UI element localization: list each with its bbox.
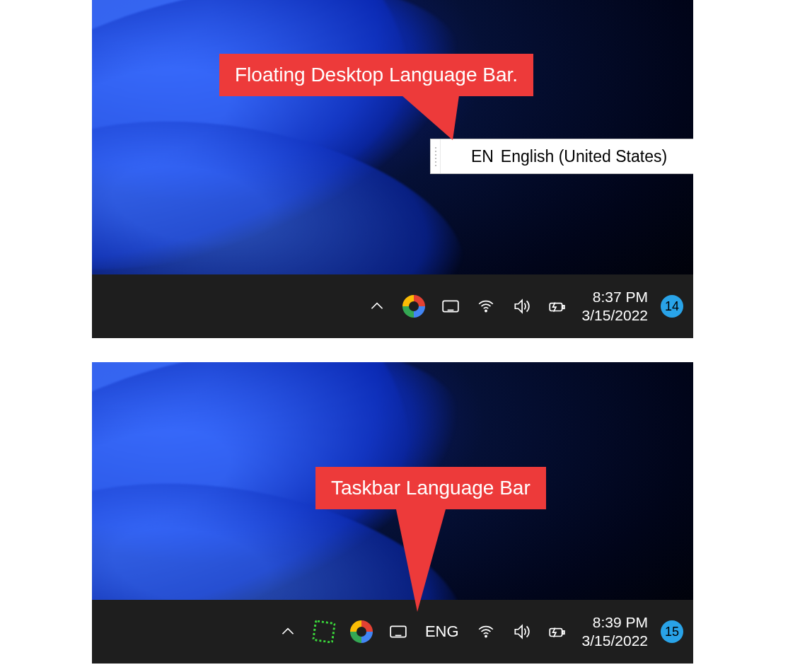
wifi-icon[interactable] <box>476 296 496 316</box>
notification-count: 15 <box>665 625 679 639</box>
touch-keyboard-icon[interactable] <box>388 622 408 642</box>
svg-marker-11 <box>515 300 522 312</box>
langbar-language-button[interactable]: EN English (United States) <box>441 147 693 166</box>
taskbar: 8:37 PM 3/15/2022 14 <box>92 274 693 338</box>
taskbar: ENG 8:39 PM 3/15/2022 15 <box>92 600 693 664</box>
notification-badge[interactable]: 15 <box>661 620 683 643</box>
app-icon[interactable] <box>402 295 425 318</box>
system-tray <box>367 295 567 318</box>
system-tray: ENG <box>278 620 567 643</box>
taskbar-time: 8:37 PM <box>582 288 648 306</box>
taskbar-date: 3/15/2022 <box>582 306 648 325</box>
battery-icon[interactable] <box>547 296 567 316</box>
volume-icon[interactable] <box>511 296 531 316</box>
svg-marker-26 <box>515 625 522 637</box>
svg-point-10 <box>485 310 486 311</box>
svg-rect-13 <box>562 306 564 308</box>
taskbar-time: 8:39 PM <box>582 613 648 632</box>
tray-overflow-icon[interactable] <box>278 622 298 642</box>
screenshot-taskbar-langbar: ENG 8:39 PM 3/15/2022 15 <box>92 362 693 664</box>
touch-keyboard-icon[interactable] <box>441 296 460 316</box>
annotation-callout: Taskbar Language Bar <box>315 467 546 509</box>
svg-rect-28 <box>562 631 564 634</box>
tray-overflow-icon[interactable] <box>367 296 387 316</box>
svg-point-25 <box>485 635 486 637</box>
annotation-pointer-icon <box>396 91 488 147</box>
taskbar-clock[interactable]: 8:39 PM 3/15/2022 <box>582 613 648 651</box>
langbar-code: EN <box>471 147 494 166</box>
annotation-text: Floating Desktop Language Bar. <box>235 64 518 86</box>
annotation-pointer-icon <box>396 509 467 615</box>
wifi-icon[interactable] <box>476 622 496 642</box>
language-code: ENG <box>425 622 459 640</box>
app-icon[interactable] <box>350 620 373 643</box>
notification-badge[interactable]: 14 <box>661 295 683 318</box>
annotation-text: Taskbar Language Bar <box>331 477 531 499</box>
volume-icon[interactable] <box>511 622 531 642</box>
taskbar-clock[interactable]: 8:37 PM 3/15/2022 <box>582 288 648 325</box>
svg-marker-14 <box>396 91 460 140</box>
screenshot-floating-langbar: EN English (United States) <box>92 0 693 338</box>
battery-icon[interactable] <box>547 622 567 642</box>
langbar-name: English (United States) <box>501 147 667 166</box>
taskbar-date: 3/15/2022 <box>582 632 648 650</box>
app-icon[interactable] <box>312 620 336 644</box>
taskbar-language-indicator[interactable]: ENG <box>424 622 460 641</box>
annotation-callout: Floating Desktop Language Bar. <box>219 54 533 96</box>
svg-marker-29 <box>396 509 446 612</box>
notification-count: 14 <box>665 299 679 314</box>
